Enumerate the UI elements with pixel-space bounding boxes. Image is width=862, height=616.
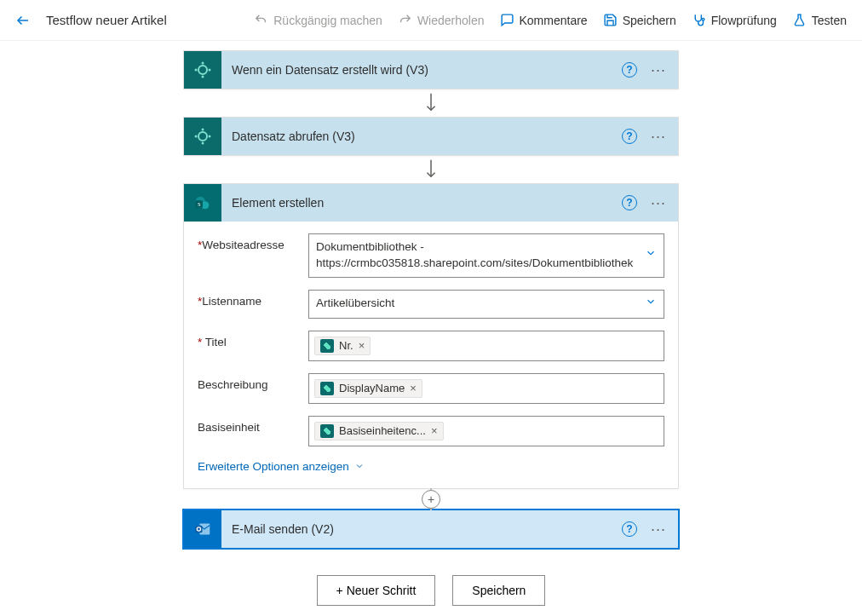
svg-text:S: S [198, 201, 201, 207]
advanced-label: Erweiterte Optionen anzeigen [198, 460, 349, 473]
field-label: *Websiteadresse [198, 233, 308, 251]
field-row-siteaddress: *Websiteadresse Dokumentbibliothek - htt… [198, 233, 664, 278]
listname-value: Artikelübersicht [316, 296, 638, 312]
chevron-down-icon [354, 461, 365, 471]
card-menu-icon[interactable]: ··· [651, 129, 666, 144]
footer-save-button[interactable]: Speichern [452, 575, 545, 606]
connector-arrow [423, 155, 439, 184]
help-icon[interactable]: ? [622, 195, 637, 210]
test-button[interactable]: Testen [792, 13, 847, 27]
redo-label: Wiederholen [417, 14, 485, 27]
field-label: Beschreibung [198, 373, 308, 391]
card-title: Wenn ein Datensatz erstellt wird (V3) [221, 63, 622, 77]
dataverse-connector-icon [184, 118, 221, 155]
card-header[interactable]: Wenn ein Datensatz erstellt wird (V3) ? … [184, 51, 678, 89]
svg-point-8 [198, 132, 207, 141]
redo-icon [398, 13, 412, 27]
new-step-button[interactable]: + Neuer Schritt [317, 575, 436, 606]
svg-point-1 [702, 18, 704, 20]
card-menu-icon[interactable]: ··· [651, 62, 666, 78]
dynamic-token[interactable]: DisplayName × [314, 379, 422, 398]
help-icon[interactable]: ? [622, 521, 637, 537]
show-advanced-options[interactable]: Erweiterte Optionen anzeigen [198, 460, 365, 473]
svg-point-9 [202, 129, 204, 131]
field-row-baseunit: Basiseinheit Basiseinheitenc... × [198, 416, 664, 446]
field-row-description: Beschreibung DisplayName × [198, 373, 664, 404]
token-label: Basiseinheitenc... [339, 424, 426, 437]
comment-icon [500, 13, 514, 27]
baseunit-input[interactable]: Basiseinheitenc... × [308, 416, 664, 446]
svg-point-10 [202, 142, 204, 145]
token-label: DisplayName [339, 382, 405, 394]
action-card-createitem[interactable]: S Element erstellen ? ··· *Websiteadress… [184, 184, 678, 488]
help-icon[interactable]: ? [622, 129, 637, 144]
save-icon [603, 13, 618, 27]
svg-point-2 [198, 66, 207, 74]
action-card-trigger[interactable]: Wenn ein Datensatz erstellt wird (V3) ? … [184, 51, 678, 89]
siteaddress-value: Dokumentbibliothek - https://crmbc035818… [316, 239, 638, 272]
card-title: Datensatz abrufen (V3) [221, 130, 622, 143]
token-remove-icon[interactable]: × [359, 339, 365, 352]
flowcheck-button[interactable]: Flowprüfung [692, 13, 777, 27]
undo-icon [254, 13, 268, 27]
svg-point-3 [202, 62, 204, 65]
svg-point-4 [202, 76, 204, 78]
card-title: E-Mail senden (V2) [221, 522, 622, 536]
redo-button: Wiederholen [398, 13, 485, 27]
field-row-listname: *Listenname Artikelübersicht [198, 290, 664, 319]
comments-button[interactable]: Kommentare [500, 13, 588, 27]
card-menu-icon[interactable]: ··· [651, 195, 666, 210]
dataverse-connector-icon [184, 51, 221, 89]
dataverse-token-icon [320, 382, 334, 395]
card-title: Element erstellen [221, 196, 622, 210]
sharepoint-connector-icon: S [184, 184, 221, 222]
dynamic-token[interactable]: Basiseinheitenc... × [314, 422, 444, 440]
field-label: * Titel [198, 331, 308, 348]
editor-header: Testflow neuer Artikel Rückgängig machen… [0, 0, 862, 41]
field-row-title: * Titel Nr. × [198, 331, 664, 361]
token-remove-icon[interactable]: × [410, 382, 417, 394]
title-input[interactable]: Nr. × [308, 331, 664, 361]
flowcheck-label: Flowprüfung [711, 14, 777, 27]
undo-button: Rückgängig machen [254, 13, 382, 27]
svg-point-12 [209, 135, 211, 138]
flow-canvas: Wenn ein Datensatz erstellt wird (V3) ? … [0, 41, 862, 606]
dataverse-token-icon [320, 424, 334, 438]
svg-point-6 [209, 69, 211, 72]
dynamic-token[interactable]: Nr. × [314, 337, 371, 355]
card-body: *Websiteadresse Dokumentbibliothek - htt… [184, 222, 678, 488]
insert-step-button[interactable]: + [422, 490, 440, 509]
flask-icon [792, 13, 807, 27]
field-label: *Listenname [198, 290, 308, 308]
help-icon[interactable]: ? [622, 62, 637, 78]
undo-label: Rückgängig machen [273, 14, 382, 27]
card-header[interactable]: E-Mail senden (V2) ? ··· [184, 510, 678, 548]
test-label: Testen [812, 14, 847, 27]
flow-title: Testflow neuer Artikel [46, 13, 167, 27]
comments-label: Kommentare [520, 14, 588, 27]
save-button[interactable]: Speichern [603, 13, 676, 27]
connector-arrow [423, 89, 439, 118]
description-input[interactable]: DisplayName × [308, 373, 664, 404]
token-label: Nr. [339, 339, 353, 352]
action-card-getrecord[interactable]: Datensatz abrufen (V3) ? ··· [184, 118, 678, 155]
siteaddress-dropdown[interactable]: Dokumentbibliothek - https://crmbc035818… [308, 233, 664, 278]
canvas-footer: + Neuer Schritt Speichern [317, 575, 546, 606]
svg-point-5 [195, 69, 198, 72]
field-label: Basiseinheit [198, 416, 308, 434]
card-menu-icon[interactable]: ··· [651, 521, 666, 537]
chevron-down-icon [645, 247, 657, 264]
card-header[interactable]: Datensatz abrufen (V3) ? ··· [184, 118, 678, 155]
card-header[interactable]: S Element erstellen ? ··· [184, 184, 678, 222]
action-card-sendmail[interactable]: E-Mail senden (V2) ? ··· [184, 510, 678, 548]
token-remove-icon[interactable]: × [431, 424, 438, 437]
chevron-down-icon [645, 296, 657, 313]
back-arrow-icon[interactable] [15, 13, 31, 28]
dataverse-token-icon [320, 339, 334, 353]
outlook-connector-icon [184, 510, 221, 548]
listname-dropdown[interactable]: Artikelübersicht [308, 290, 664, 319]
save-label: Speichern [623, 14, 676, 27]
svg-rect-19 [195, 526, 202, 533]
svg-point-11 [195, 135, 198, 138]
stethoscope-icon [692, 13, 706, 27]
